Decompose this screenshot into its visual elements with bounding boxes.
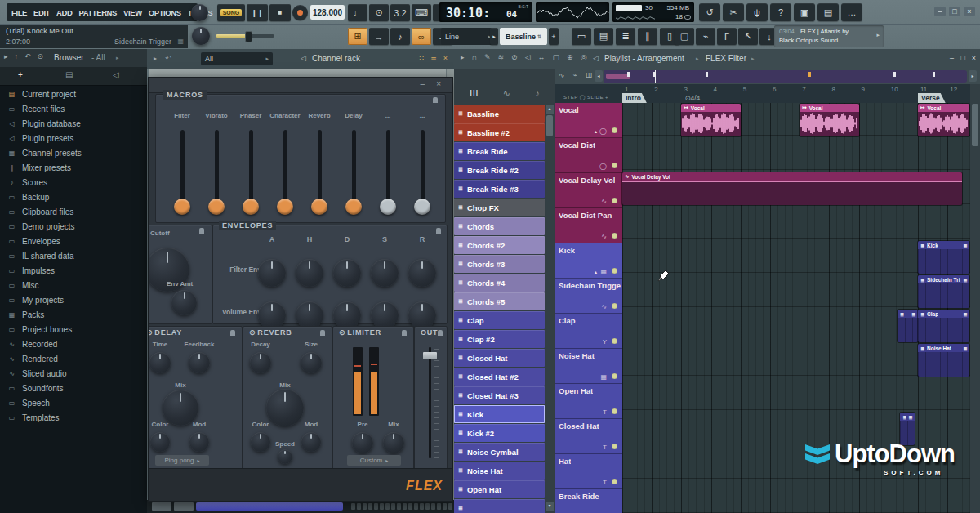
macro-slider-knob[interactable] [414,199,430,215]
reverb-mod-knob[interactable] [301,432,321,452]
link-mini-icon[interactable]: ⌁ [573,71,577,79]
browser-item[interactable]: ▭Speech [0,395,147,410]
wave-mini-icon[interactable]: ∿ [559,71,565,79]
close-icon[interactable]: × [443,54,448,62]
pattern-item[interactable]: ≣Break Ride #2 [454,161,545,179]
envelope-knob[interactable] [258,301,286,329]
preview-icon[interactable]: ◎ [581,53,587,61]
delay-lock-icon[interactable] [230,330,235,334]
piano-roll-icon[interactable]: ▤ [594,28,613,45]
chrack-filter-select[interactable]: All ▸ [201,52,273,65]
snap-grid-icon[interactable]: ⊞ [348,28,368,45]
reverb-color-knob[interactable] [251,432,270,452]
stop-button[interactable]: ■ [270,4,291,21]
files-tab-icon[interactable]: ▤ [65,70,73,79]
out-lock-icon[interactable] [438,330,443,334]
browser-item[interactable]: ▦Packs [0,307,147,322]
browser-item[interactable]: ∿Recorded [0,337,147,351]
menu-view[interactable]: VIEW [123,8,142,17]
song-mode-button[interactable]: SONG [217,4,245,21]
oscilloscope[interactable] [536,2,609,22]
step-slide-controls[interactable]: STEP ◯ SLIDE + [564,94,608,100]
audio-clip[interactable]: ↦Vocal [800,104,858,136]
chat-icon[interactable]: … [841,3,862,21]
track-led[interactable] [612,268,617,274]
pencil-icon[interactable]: ✎ [484,53,491,61]
restore-button[interactable]: □ [949,7,960,16]
track-header[interactable]: Vocal Delay Vol∿ [555,173,622,208]
reverb-power-icon[interactable]: ⊙ [249,328,256,337]
pattern-item[interactable]: ≣Break Ride [454,142,545,160]
kbd-cell[interactable] [351,503,355,510]
foot-pedal-icon[interactable]: Γ [717,28,737,45]
kbd-cell[interactable] [437,503,441,510]
undo-icon[interactable]: ↺ [699,3,720,21]
pause-button[interactable]: ❙❙ [247,4,268,21]
kbd-cell[interactable] [431,503,435,510]
pointer-icon[interactable]: → [369,28,389,45]
main-pitch-knob[interactable] [192,27,210,45]
timeline-marker[interactable]: ⊙4/4 [681,93,706,103]
kbd-cell[interactable] [443,503,447,510]
pattern-clip[interactable]: ≣Kick≣ [918,241,969,274]
preset-panel[interactable]: 03/04 FLEX | Atlantis by Black Octopus S… [774,25,884,47]
typing-keyboard-icon[interactable]: ⌨ [412,4,431,21]
kbd-cell[interactable] [420,503,424,510]
reverb-lock-icon[interactable] [320,330,325,334]
browser-item[interactable]: ◁Plugin database [0,116,147,131]
playlist-titlebar[interactable]: ▸∩✎≋⊘◁↔▢⊕◎ ◁ Playlist - Arrangement ▸ FL… [454,49,980,69]
envelope-knob[interactable] [333,259,361,287]
chrack-expand-icon[interactable]: ▸ [154,55,157,62]
track-header[interactable]: Kick▴▦ [555,243,622,279]
pattern-item[interactable]: ≣Closed Hat [454,349,545,367]
browser-item[interactable]: ▭Soundfonts [0,381,147,395]
browser-item[interactable]: ▦Channel presets [0,145,147,160]
track-header[interactable]: HatT [555,454,622,489]
envelope-knob[interactable] [371,301,399,329]
timeline-marker[interactable]: Verse [918,93,946,103]
keyboard-preview-strip[interactable] [147,500,457,513]
macro-slider-track[interactable] [421,130,425,205]
kbd-cell[interactable] [368,503,372,510]
paint-icon[interactable]: ≋ [498,53,505,61]
pattern-item[interactable]: ≣Noise Hat [454,462,545,480]
pattern-selector[interactable]: Bassline ⇅ [500,28,547,45]
kbd-cell[interactable] [380,503,384,510]
help-icon[interactable]: ? [770,3,791,21]
flex-close-button[interactable]: × [436,79,441,88]
cut-icon[interactable]: ✂ [723,3,744,21]
menu-add[interactable]: ADD [56,8,72,17]
pattern-item[interactable]: ≣ [454,499,545,513]
pattern-item[interactable]: ≣Chords #5 [454,292,545,310]
touch-icon[interactable]: ↖ [738,28,758,45]
group-collapse-icon[interactable]: ▴ [595,128,597,134]
main-menu-knob[interactable] [191,4,208,21]
timeline-marker[interactable]: Intro [622,93,647,103]
menu-file[interactable]: FILE [11,8,27,17]
pattern-clip[interactable]: ≣≣ [898,310,918,342]
sounds-tab-icon[interactable]: ◁ [113,70,119,79]
track-led[interactable] [612,444,617,449]
limiter-power-icon[interactable]: ⊙ [339,328,345,337]
volume-slider-handle[interactable] [245,31,252,42]
track-header[interactable]: Break RideT [555,489,622,513]
channel-rack-icon[interactable]: ≣ [616,28,635,45]
pattern-item[interactable]: ≣Chop FX [454,199,545,216]
kbd-cell[interactable] [374,503,378,510]
delay-mode-select[interactable]: Ping pong ▸ [155,455,209,466]
select-icon[interactable]: ▢ [553,53,560,61]
playlist-restore-button[interactable]: □ [961,54,965,62]
macro-slider-track[interactable] [386,130,390,205]
reverb-size-knob[interactable] [301,352,322,373]
menu-edit[interactable]: EDIT [33,8,50,17]
steps-tab-icon[interactable]: Ш [470,88,478,98]
pattern-item[interactable]: ≣Clap #2 [454,330,545,348]
envelope-knob[interactable] [258,259,286,287]
kbd-box-1[interactable] [152,502,172,511]
preset-next-icon[interactable]: ▸ [876,32,880,38]
browser-item[interactable]: ▭Misc [0,278,147,292]
browser-item[interactable]: ▭Recent files [0,101,147,116]
kbd-cell[interactable] [425,503,430,510]
sort-icon[interactable]: ∷ [419,54,424,62]
pattern-prev-button[interactable]: ▸ [490,28,498,45]
